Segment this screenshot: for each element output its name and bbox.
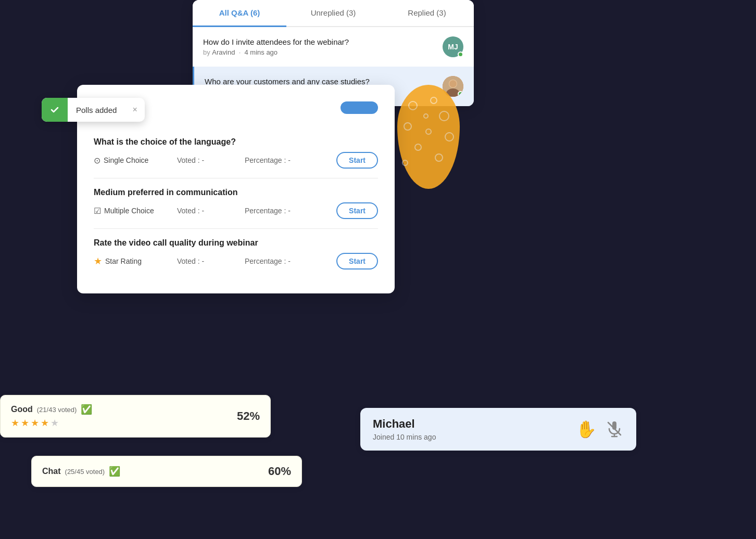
svg-point-8	[426, 129, 431, 134]
star-3: ★	[31, 417, 39, 429]
chat-label: Chat (25/45 voted) ✅	[42, 466, 120, 477]
michael-name: Michael	[373, 417, 436, 431]
tab-replied[interactable]: Replied (3)	[380, 0, 474, 27]
poll-question-2: Medium preferred in communication	[94, 188, 378, 197]
toast-notification: Polls added ×	[42, 98, 145, 122]
poll-meta-row-1: ⊙ Single Choice Voted : - Percentage : -…	[94, 152, 378, 169]
chat-percentage: 60%	[268, 465, 291, 478]
poll-item-1: What is the choice of the language? ⊙ Si…	[94, 128, 378, 178]
poll-meta-row-2: ☑ Multiple Choice Voted : - Percentage :…	[94, 202, 378, 219]
svg-point-13	[402, 160, 408, 165]
star-rating-icon: ★	[94, 255, 102, 267]
michael-notification-card: Michael Joined 10 mins ago ✋	[360, 408, 636, 451]
michael-action-icons: ✋	[576, 419, 624, 439]
poll-pct-2: Percentage : -	[245, 207, 318, 215]
star-1: ★	[11, 417, 19, 429]
poll-question-3: Rate the video call quality during webin…	[94, 238, 378, 248]
poll-voted-1: Voted : -	[177, 156, 245, 164]
poll-type-2: ☑ Multiple Choice	[94, 206, 177, 216]
qa-question-1: How do I invite attendees for the webina…	[203, 37, 349, 46]
michael-info: Michael Joined 10 mins ago	[373, 417, 436, 441]
qa-meta-1: by Aravind · 4 mins ago	[203, 48, 349, 56]
poll-pct-1: Percentage : -	[245, 156, 318, 164]
multiple-choice-icon: ☑	[94, 206, 101, 216]
svg-point-12	[424, 114, 428, 118]
deco-shape	[397, 85, 460, 189]
toast-message: Polls added	[68, 98, 125, 122]
michael-subtitle: Joined 10 mins ago	[373, 433, 436, 441]
polls-add-button[interactable]	[341, 101, 378, 114]
rating-stars: ★ ★ ★ ★ ★	[11, 417, 92, 429]
rating-result-card: Good (21/43 voted) ✅ ★ ★ ★ ★ ★ 52%	[0, 395, 271, 438]
qa-item-1: How do I invite attendees for the webina…	[193, 27, 474, 67]
poll-voted-2: Voted : -	[177, 207, 245, 215]
rating-name: Good	[11, 405, 33, 414]
avatar-online-dot	[458, 52, 463, 57]
poll-type-3: ★ Star Rating	[94, 255, 177, 267]
rating-label-top: Good (21/43 voted) ✅	[11, 404, 92, 415]
hand-raise-icon[interactable]: ✋	[576, 419, 597, 439]
star-5: ★	[51, 417, 59, 429]
poll-meta-row-3: ★ Star Rating Voted : - Percentage : - S…	[94, 253, 378, 270]
star-2: ★	[21, 417, 29, 429]
svg-point-4	[409, 101, 417, 110]
chat-check-icon: ✅	[109, 466, 120, 477]
poll-item-3: Rate the video call quality during webin…	[94, 229, 378, 279]
single-choice-icon: ⊙	[94, 156, 100, 165]
chat-votes: (25/45 voted)	[65, 468, 105, 476]
poll-start-button-2[interactable]: Start	[336, 202, 378, 219]
qa-item-1-content: How do I invite attendees for the webina…	[203, 37, 349, 56]
checkmark-svg	[50, 105, 59, 114]
toast-close-button[interactable]: ×	[125, 98, 144, 122]
svg-point-7	[404, 123, 411, 130]
tab-unreplied[interactable]: Unreplied (3)	[286, 0, 380, 27]
deco-circles-svg	[397, 85, 460, 189]
rating-percentage: 52%	[237, 409, 260, 423]
svg-point-9	[445, 133, 453, 141]
poll-question-1: What is the choice of the language?	[94, 137, 378, 147]
star-4: ★	[41, 417, 49, 429]
poll-voted-3: Voted : -	[177, 257, 245, 265]
svg-point-10	[415, 144, 421, 150]
qa-tabs: All Q&A (6) Unreplied (3) Replied (3)	[193, 0, 474, 27]
microphone-icon[interactable]	[605, 419, 624, 438]
chat-name: Chat	[42, 467, 61, 476]
rating-check-icon: ✅	[81, 404, 92, 415]
rating-votes: (21/43 voted)	[37, 406, 77, 414]
tab-all-qa[interactable]: All Q&A (6)	[193, 0, 286, 27]
poll-start-button-1[interactable]: Start	[336, 152, 378, 169]
poll-item-2: Medium preferred in communication ☑ Mult…	[94, 178, 378, 229]
rating-label: Good (21/43 voted) ✅ ★ ★ ★ ★ ★	[11, 404, 92, 429]
avatar-mj: MJ	[443, 36, 463, 57]
chat-result-card: Chat (25/45 voted) ✅ 60%	[31, 456, 302, 487]
svg-point-5	[431, 97, 437, 104]
poll-pct-3: Percentage : -	[245, 257, 318, 265]
svg-point-11	[435, 154, 443, 161]
poll-start-button-3[interactable]: Start	[336, 253, 378, 270]
toast-check-icon	[42, 98, 68, 122]
poll-type-1: ⊙ Single Choice	[94, 156, 177, 165]
mic-svg	[605, 419, 624, 438]
svg-point-6	[439, 111, 449, 121]
